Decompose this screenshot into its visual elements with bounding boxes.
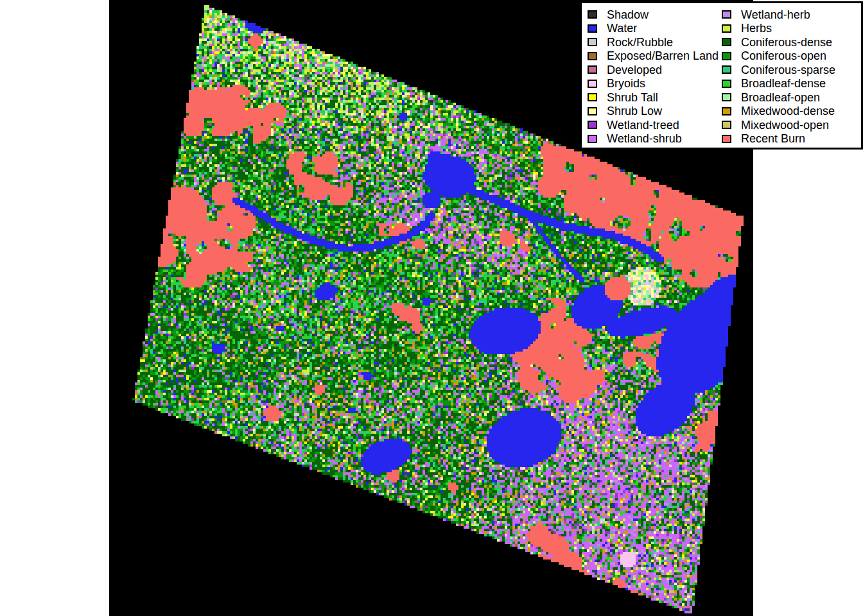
legend-grid: Shadow Water Rock/Rubble Exposed/Barren … — [582, 3, 861, 146]
legend-swatch — [588, 24, 597, 33]
legend-swatch — [722, 24, 731, 33]
legend-item: Coniferous-open — [722, 49, 861, 64]
legend-swatch — [588, 93, 597, 101]
legend-swatch — [588, 107, 597, 116]
legend-label: Herbs — [741, 22, 772, 34]
legend-item: Wetland-herb — [722, 8, 861, 22]
legend-item: Developed — [588, 63, 722, 77]
legend-label: Shrub Tall — [607, 92, 658, 103]
legend-swatch — [722, 52, 731, 60]
legend-label: Wetland-treed — [607, 119, 679, 131]
legend-swatch — [722, 121, 731, 129]
legend-label: Water — [607, 22, 637, 34]
legend-swatch — [722, 80, 731, 88]
legend-label: Mixedwood-open — [741, 119, 829, 131]
legend-swatch — [588, 80, 597, 88]
legend-swatch — [722, 65, 731, 74]
legend-item: Broadleaf-dense — [722, 77, 861, 91]
legend-swatch — [722, 38, 731, 46]
legend-item: Shadow — [588, 8, 722, 22]
legend-swatch — [588, 65, 597, 74]
legend-swatch — [588, 10, 597, 19]
legend-label: Wetland-herb — [741, 9, 810, 21]
legend-item: Mixedwood-dense — [722, 105, 861, 119]
legend-item: Bryoids — [588, 77, 722, 91]
legend-label: Coniferous-open — [741, 50, 826, 62]
legend-item: Herbs — [722, 22, 861, 36]
legend-swatch — [588, 52, 597, 60]
legend-item: Rock/Rubble — [588, 35, 722, 49]
legend-label: Shadow — [607, 9, 649, 21]
legend-swatch — [722, 10, 731, 19]
legend-label: Shrub Low — [607, 105, 662, 117]
legend-item: Coniferous-dense — [722, 35, 861, 49]
legend-swatch — [588, 135, 597, 143]
legend-label: Coniferous-dense — [741, 37, 832, 48]
legend-column-2: Wetland-herb Herbs Coniferous-dense Coni… — [722, 8, 861, 146]
legend-item: Coniferous-sparse — [722, 63, 861, 77]
legend-item: Wetland-shrub — [588, 132, 722, 146]
legend-item: Mixedwood-open — [722, 118, 861, 132]
legend-label: Broadleaf-open — [741, 92, 820, 103]
legend-label: Wetland-shrub — [607, 133, 682, 144]
legend-swatch — [722, 93, 731, 101]
figure: Shadow Water Rock/Rubble Exposed/Barren … — [0, 0, 863, 616]
legend-item: Shrub Low — [588, 105, 722, 119]
legend-item: Recent Burn — [722, 132, 861, 146]
legend-item: Wetland-treed — [588, 118, 722, 132]
legend-item: Exposed/Barren Land — [588, 49, 722, 64]
legend-label: Broadleaf-dense — [741, 78, 826, 89]
legend-item: Water — [588, 22, 722, 36]
legend-label: Rock/Rubble — [607, 37, 673, 48]
legend-swatch — [722, 107, 731, 116]
legend-item: Broadleaf-open — [722, 90, 861, 105]
legend-column-1: Shadow Water Rock/Rubble Exposed/Barren … — [588, 8, 722, 146]
legend-label: Mixedwood-dense — [741, 105, 835, 117]
legend-swatch — [588, 121, 597, 129]
legend-swatch — [722, 135, 731, 143]
legend-label: Bryoids — [607, 78, 645, 89]
legend-item: Shrub Tall — [588, 90, 722, 105]
legend-label: Recent Burn — [741, 133, 805, 144]
legend-label: Coniferous-sparse — [741, 64, 835, 76]
legend: Shadow Water Rock/Rubble Exposed/Barren … — [580, 1, 863, 150]
legend-label: Exposed/Barren Land — [607, 50, 719, 62]
legend-label: Developed — [607, 64, 662, 76]
legend-swatch — [588, 38, 597, 46]
